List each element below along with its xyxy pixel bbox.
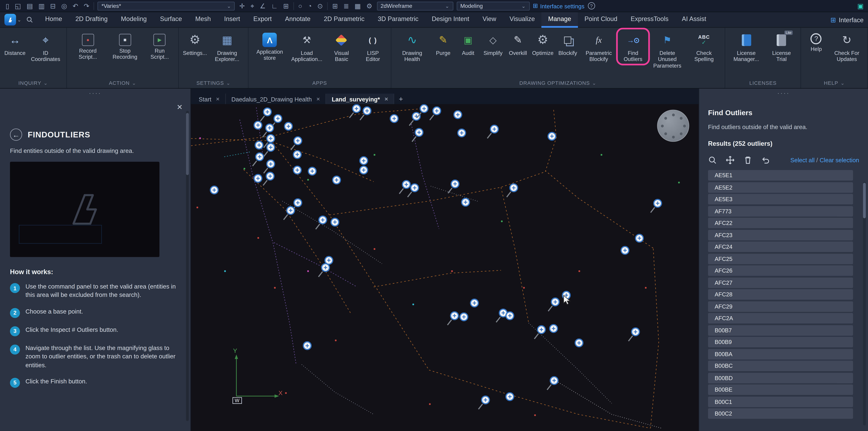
ribbon-button-lisp-editor[interactable]: ( )LISP Editor — [358, 29, 388, 63]
outlier-marker[interactable] — [331, 218, 339, 227]
ribbon-button-load-application[interactable]: ⚒Load Application... — [288, 29, 325, 63]
ribbon-button-find-outliers[interactable]: →⊙Find Outliers — [618, 29, 648, 63]
outlier-marker[interactable] — [293, 166, 302, 174]
outlier-marker[interactable] — [505, 311, 514, 320]
arc-tool-icon[interactable]: ◔ — [307, 2, 313, 9]
outlier-marker[interactable] — [363, 106, 372, 115]
settings-grid-icon[interactable]: ⚙ — [365, 2, 373, 9]
outlier-marker[interactable] — [414, 128, 424, 137]
left-scrollbar-thumb[interactable] — [186, 113, 189, 175]
outlier-marker[interactable] — [266, 143, 275, 152]
chevron-down-icon[interactable]: ⌄ — [17, 17, 21, 22]
outlier-marker[interactable] — [450, 311, 459, 320]
doc-tab-start[interactable]: Start✕ — [193, 94, 226, 104]
outlier-marker[interactable] — [273, 114, 282, 123]
tab-modeling[interactable]: Modeling — [114, 12, 153, 27]
list-item[interactable]: AF773 — [708, 206, 853, 217]
list-item[interactable]: AE5E3 — [708, 194, 853, 204]
tab-export[interactable]: Export — [247, 12, 278, 27]
ribbon-button-id-coordinates[interactable]: ⌖ID Coordinates — [28, 29, 63, 63]
outlier-marker[interactable] — [265, 123, 274, 133]
outlier-marker[interactable] — [631, 327, 640, 336]
outlier-marker[interactable] — [490, 124, 499, 134]
ribbon-group-label[interactable]: SETTINGS⌄ — [182, 78, 245, 88]
tab-3d-parametric[interactable]: 3D Parametric — [371, 12, 425, 27]
list-item[interactable]: AFC28 — [708, 289, 853, 300]
ribbon-button-audit[interactable]: ▣Audit — [456, 29, 480, 57]
bricscad-logo[interactable] — [4, 14, 16, 26]
outlier-marker[interactable] — [551, 297, 560, 306]
visual-style-dropdown[interactable]: 2dWireframe ⌄ — [377, 1, 453, 10]
redo-icon[interactable]: ↷ — [83, 2, 90, 9]
osnap-icon[interactable]: ⌖ — [249, 2, 255, 9]
outlier-marker[interactable] — [253, 121, 262, 130]
outlier-marker[interactable] — [308, 167, 317, 176]
move-outlier-icon[interactable] — [726, 156, 735, 165]
ribbon-button-optimize[interactable]: ⚙Optimize — [531, 29, 555, 57]
undo-icon[interactable] — [761, 156, 770, 165]
list-item[interactable]: AFC22 — [708, 218, 853, 228]
ribbon-button-blockify[interactable]: Blockify — [556, 29, 580, 57]
outlier-marker[interactable] — [253, 174, 262, 183]
outlier-marker[interactable] — [318, 216, 327, 224]
list-item[interactable]: B00C2 — [708, 408, 853, 419]
ribbon-button-parametric-blockify[interactable]: fxParametric Blockify — [581, 29, 617, 63]
sphere-tool-icon[interactable]: ⊙ — [316, 2, 324, 9]
ribbon-group-label[interactable]: INQUIRY⌄ — [3, 78, 64, 88]
grid-icon[interactable]: ⊞ — [282, 2, 290, 9]
outlier-marker[interactable] — [537, 325, 546, 334]
panel-drag-handle[interactable]: ···· — [0, 89, 190, 96]
search-icon[interactable] — [26, 16, 33, 23]
outlier-marker[interactable] — [481, 396, 490, 404]
outlier-marker[interactable] — [550, 376, 558, 385]
outlier-marker[interactable] — [470, 298, 479, 308]
outlier-marker[interactable] — [303, 341, 312, 350]
outlier-marker[interactable] — [266, 134, 275, 143]
outlier-marker[interactable] — [263, 108, 272, 116]
panel-drag-handle[interactable]: ···· — [699, 89, 868, 96]
results-scrollbar-thumb[interactable] — [863, 183, 866, 218]
ribbon-button-check-spelling[interactable]: ABCCheck Spelling — [686, 29, 722, 63]
outlier-marker[interactable] — [352, 104, 361, 113]
ribbon-button-distance[interactable]: ↔Distance — [3, 29, 27, 57]
polar-icon[interactable]: ∠ — [259, 2, 267, 9]
back-button[interactable]: ← — [10, 128, 22, 141]
outlier-marker[interactable] — [457, 128, 466, 137]
outlier-marker[interactable] — [286, 206, 295, 215]
preview-icon[interactable]: ◎ — [60, 2, 68, 9]
ribbon-group-label[interactable]: ACTION⌄ — [70, 78, 176, 88]
list-item[interactable]: B00BD — [708, 372, 853, 383]
outlier-marker[interactable] — [505, 392, 514, 401]
open-folder-icon[interactable]: ◱ — [13, 2, 22, 9]
layers-icon[interactable]: ≣ — [342, 2, 350, 9]
ribbon-button-simplify[interactable]: ◇Simplify — [481, 29, 505, 57]
list-item[interactable]: AFC24 — [708, 241, 853, 252]
list-item[interactable]: AFC29 — [708, 301, 853, 312]
outlier-marker[interactable] — [460, 312, 468, 321]
outlier-marker[interactable] — [266, 172, 275, 181]
outlier-marker[interactable] — [359, 156, 368, 165]
close-tab-icon[interactable]: ✕ — [316, 96, 320, 102]
tab-insert[interactable]: Insert — [218, 12, 247, 27]
workspace-dropdown[interactable]: Modeling ⌄ — [456, 1, 529, 10]
outlier-marker[interactable] — [359, 166, 368, 174]
ribbon-button-check-for-updates[interactable]: ↻Check For Updates — [829, 29, 865, 63]
ortho-icon[interactable]: ∟ — [270, 2, 279, 9]
list-item[interactable]: AFC2A — [708, 313, 853, 324]
outlier-marker[interactable] — [461, 198, 470, 206]
outlier-marker[interactable] — [653, 199, 662, 208]
outlier-marker[interactable] — [321, 263, 330, 272]
outlier-marker[interactable] — [575, 338, 584, 347]
interface-button[interactable]: ⊞ Interface — [831, 16, 864, 24]
layer-dropdown[interactable]: *Varies* ⌄ — [98, 1, 235, 10]
zoom-to-outlier-icon[interactable] — [708, 156, 717, 165]
interface-settings-button[interactable]: ⊞ Interface settings — [533, 2, 584, 9]
ribbon-group-label[interactable]: APPS — [251, 78, 388, 88]
outlier-marker[interactable] — [548, 132, 556, 141]
new-tab-button[interactable]: + — [395, 94, 407, 104]
undo-icon[interactable]: ↶ — [71, 2, 79, 9]
help-icon[interactable]: ? — [588, 2, 595, 9]
outlier-marker[interactable] — [390, 114, 399, 123]
tab-manage[interactable]: Manage — [541, 12, 578, 27]
save-all-icon[interactable]: ▥ — [37, 2, 46, 9]
